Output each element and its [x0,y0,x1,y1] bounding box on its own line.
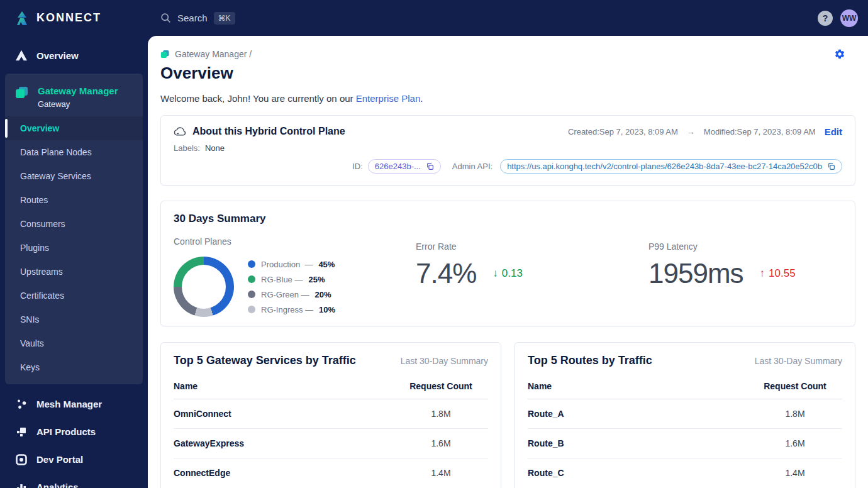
legend-dot-production [248,260,255,268]
search-shortcut-badge: ⌘K [214,12,235,25]
dev-portal-icon [15,454,28,465]
search-label: Search [177,13,208,23]
welcome-text: Welcome back, John! You are currently on… [160,93,855,104]
legend-dot-rg-green [248,291,255,298]
id-label: ID: [352,162,363,171]
copy-id-icon[interactable] [426,162,434,170]
sidebar-item-analytics[interactable]: Analytics [0,474,148,488]
column-header-name: Name [528,376,748,399]
edit-button[interactable]: Edit [825,126,842,137]
page-title: Overview [160,64,855,83]
sidebar-item-label: API Products [36,426,96,437]
table-subtitle: Last 30-Day Summary [755,356,842,366]
legend-item: RG-Blue — 25% [248,275,335,284]
control-planes-donut [174,257,234,317]
column-header-name: Name [174,376,394,399]
enterprise-plan-link[interactable]: Enterprise Plan [356,93,421,104]
sidebar-subitem-upstreams[interactable]: Upstreams [5,260,143,284]
arrow-down-icon: ↓ [492,267,498,280]
error-rate-metric: Error Rate 7.4% ↓ 0.13 [416,236,648,317]
modified-at: Modified:Sep 7, 2023, 8:09 AM [704,127,816,136]
cloud-icon [174,126,186,136]
column-header-request-count: Request Count [748,376,842,399]
analytics-icon [15,482,28,488]
table-row[interactable]: OmniConnect 1.8M [174,399,488,429]
sidebar-subitem-plugins[interactable]: Plugins [5,236,143,260]
sidebar-subitem-data-plane-nodes[interactable]: Data Plane Nodes [5,140,143,164]
legend-item: RG-Green — 20% [248,290,335,299]
sidebar-subitem-vaults[interactable]: Vaults [5,331,143,355]
table-row[interactable]: Route_C 1.4M [528,458,842,488]
error-rate-value: 7.4% [416,258,476,289]
summary-card-title: 30 Days Summary [174,213,842,225]
sidebar-subitem-gateway-services[interactable]: Gateway Services [5,164,143,188]
sidebar-item-label: Overview [36,50,79,61]
help-button[interactable]: ? [818,11,833,26]
gateway-manager-icon [15,85,29,100]
topbar: KONNECT Search ⌘K ? WW [0,0,868,36]
gateway-manager-panel: Gateway Manager Gateway Overview Data Pl… [5,74,143,384]
table-row[interactable]: Route_B 1.6M [528,429,842,458]
logo[interactable]: KONNECT [0,10,148,26]
table-subtitle: Last 30-Day Summary [401,356,488,366]
konnect-logo-icon [14,10,30,26]
sidebar: Overview Gateway Manager Gateway Overvie… [0,36,148,488]
labels-value: None [205,143,225,153]
sidebar-subitem-overview[interactable]: Overview [5,116,143,140]
donut-legend: Production — 45% RG-Blue — 25% [248,260,335,314]
p99-latency-delta: ↑ 10.55 [760,267,796,280]
top-routes-card: Top 5 Routes by Traffic Last 30-Day Summ… [515,342,855,488]
table-title: Top 5 Routes by Traffic [528,354,652,367]
top-gateway-services-card: Top 5 Gateway Services by Traffic Last 3… [160,342,501,488]
p99-latency-metric: P99 Latency 1959ms ↑ 10.55 [648,236,796,317]
sidebar-subitem-routes[interactable]: Routes [5,188,143,212]
sidebar-item-overview[interactable]: Overview [0,42,148,69]
control-planes-chart-label: Control Planes [174,236,416,247]
mesh-manager-icon [15,399,28,410]
legend-dot-rg-blue [248,275,255,283]
legend-item: Production — 45% [248,260,335,269]
table-row[interactable]: ConnectEdge 1.4M [174,458,488,488]
legend-dot-rg-ingress [248,306,255,313]
search-bar[interactable]: Search ⌘K [160,12,235,25]
created-at: Created:Sep 7, 2023, 8:09 AM [568,127,678,136]
sidebar-item-label: Dev Portal [36,454,83,465]
sidebar-item-label: Mesh Manager [36,399,102,409]
sidebar-item-label: Analytics [36,482,79,488]
error-rate-delta: ↓ 0.13 [492,267,523,280]
sidebar-subitem-snis[interactable]: SNIs [5,308,143,331]
avatar[interactable]: WW [840,9,858,27]
control-plane-id-pill[interactable]: 626e243b-... [368,159,441,174]
main-area: Gateway Manager / Overview Welcome back,… [148,36,868,488]
admin-api-pill[interactable]: https://us.api.konghq.tech/v2/control-pl… [500,159,842,174]
admin-api-label: Admin API: [452,162,492,171]
breadcrumb-label: Gateway Manager / [175,49,252,59]
gateway-manager-title: Gateway Manager [38,85,118,97]
sidebar-item-api-products[interactable]: API Products [0,418,148,446]
about-card-title: About this Hybrid Control Plane [192,126,345,137]
thirty-days-summary-card: 30 Days Summary Control Planes Productio… [160,201,855,326]
api-products-icon [15,426,28,438]
search-icon [160,13,171,23]
copy-admin-api-icon[interactable] [827,162,835,170]
sidebar-subitem-consumers[interactable]: Consumers [5,212,143,236]
table-row[interactable]: GatewayExpress 1.6M [174,429,488,458]
about-control-plane-card: About this Hybrid Control Plane Created:… [160,115,855,186]
column-header-request-count: Request Count [394,376,488,399]
breadcrumb-gateway-icon [160,49,170,59]
table-title: Top 5 Gateway Services by Traffic [174,354,356,367]
logo-text: KONNECT [36,11,101,25]
p99-latency-value: 1959ms [648,258,743,289]
table-row[interactable]: Route_A 1.8M [528,399,842,429]
settings-gear-icon[interactable] [834,48,845,60]
arrow-right-icon: → [687,127,695,136]
sidebar-item-gateway-manager[interactable]: Gateway Manager Gateway [5,74,143,116]
sidebar-item-dev-portal[interactable]: Dev Portal [0,446,148,474]
arrow-up-icon: ↑ [760,267,765,280]
overview-icon [15,50,28,61]
sidebar-item-mesh-manager[interactable]: Mesh Manager [0,391,148,418]
sidebar-subitem-keys[interactable]: Keys [5,355,143,379]
sidebar-subitem-certificates[interactable]: Certificates [5,284,143,308]
breadcrumb[interactable]: Gateway Manager / [160,49,252,59]
labels-row: Labels:None [174,143,842,153]
